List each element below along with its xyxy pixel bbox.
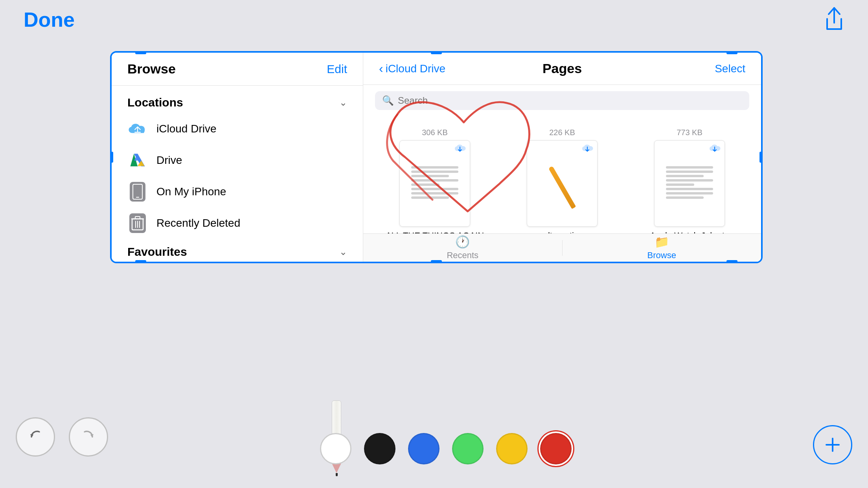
locations-chevron-icon: ⌄: [339, 97, 347, 108]
search-input[interactable]: [398, 95, 742, 106]
svg-marker-18: [90, 434, 94, 437]
sidebar-item-icloud[interactable]: iCloud Drive: [112, 113, 363, 145]
file-thumb-2: [527, 140, 598, 227]
folder-icon: 📁: [655, 235, 669, 249]
svg-marker-17: [30, 434, 33, 437]
done-button[interactable]: Done: [24, 8, 75, 31]
deleted-label: Recently Deleted: [156, 217, 240, 229]
file-size-top-2: 226 KB: [549, 128, 575, 137]
search-icon: 🔍: [382, 95, 394, 106]
tab-browse[interactable]: 📁 Browse: [563, 234, 761, 262]
color-white[interactable]: [320, 433, 351, 464]
sidebar-header: Browse Edit: [112, 53, 363, 86]
trash-icon: [127, 213, 148, 233]
back-button[interactable]: ‹ iCloud Drive: [379, 61, 445, 76]
color-black[interactable]: [364, 433, 395, 464]
resize-handle-bottom-right[interactable]: [726, 260, 737, 263]
drive-label: Drive: [156, 154, 182, 167]
sidebar-edit-button[interactable]: Edit: [327, 62, 347, 76]
sidebar: Browse Edit Locations ⌄: [112, 53, 363, 262]
doc-preview-1: [407, 162, 462, 205]
sidebar-item-deleted[interactable]: Recently Deleted: [112, 207, 363, 239]
cloud-download-icon-3: [709, 144, 721, 156]
tab-recents[interactable]: 🕐 Recents: [363, 234, 562, 262]
tab-bar: 🕐 Recents 📁 Browse: [363, 233, 761, 262]
modal-content: Browse Edit Locations ⌄: [112, 53, 761, 262]
panel-title: Pages: [542, 61, 582, 76]
undo-button[interactable]: [16, 417, 55, 457]
top-bar: Done: [0, 0, 868, 39]
color-green[interactable]: [452, 433, 484, 464]
share-button[interactable]: [824, 7, 844, 33]
search-bar[interactable]: 🔍: [375, 91, 749, 110]
file-item-1[interactable]: 306 KB: [371, 120, 498, 233]
file-name-1: ALL THE THINGS AGAIN: [386, 231, 484, 233]
color-blue[interactable]: [408, 433, 440, 464]
resize-handle-bottom-center[interactable]: [431, 260, 442, 263]
share-icon: [824, 7, 844, 31]
redo-button[interactable]: [69, 417, 108, 457]
iphone-label: On My iPhone: [156, 185, 226, 198]
file-thumb-3: [654, 140, 725, 227]
plus-icon: [822, 435, 843, 455]
google-drive-icon: [127, 150, 148, 171]
back-chevron-icon: ‹: [379, 61, 383, 76]
select-button[interactable]: Select: [715, 62, 745, 75]
file-browser-modal: Browse Edit Locations ⌄: [110, 51, 763, 263]
sidebar-item-iphone[interactable]: On My iPhone: [112, 176, 363, 207]
cloud-download-icon-2: [581, 144, 593, 156]
locations-section-header[interactable]: Locations ⌄: [112, 90, 363, 113]
pencil-tip: [332, 463, 341, 473]
file-name-3: Apple Watch Jakarta: [650, 231, 729, 233]
sidebar-body: Locations ⌄ iCloud Drive: [112, 86, 363, 262]
file-size-top-3: 773 KB: [677, 128, 702, 137]
resize-handle-right[interactable]: [760, 152, 763, 163]
main-panel: ‹ iCloud Drive Pages Select 🔍 306 KB: [363, 53, 761, 262]
resize-handle-bottom-left[interactable]: [135, 260, 146, 263]
sidebar-title: Browse: [127, 61, 176, 77]
color-yellow[interactable]: [496, 433, 528, 464]
file-thumb-1: [399, 140, 470, 227]
redo-icon: [79, 427, 98, 447]
files-grid: 306 KB: [363, 116, 761, 233]
locations-title: Locations: [127, 96, 183, 109]
panel-header: ‹ iCloud Drive Pages Select: [363, 53, 761, 85]
pages-pencil-icon: [548, 166, 576, 209]
doc-preview-3: [662, 162, 717, 205]
favourites-section-header[interactable]: Favourites ⌄: [112, 239, 363, 262]
cloud-download-icon-1: [454, 144, 466, 156]
clock-icon: 🕐: [455, 235, 470, 249]
favourites-title: Favourites: [127, 245, 187, 259]
tab-recents-label: Recents: [447, 250, 478, 261]
iphone-icon: [127, 182, 148, 202]
resize-handle-left[interactable]: [110, 152, 113, 163]
bottom-toolbar: [0, 409, 868, 488]
sidebar-item-drive[interactable]: Drive: [112, 145, 363, 176]
favourites-chevron-icon: ⌄: [339, 246, 347, 257]
color-palette: [320, 433, 572, 464]
resize-handle-top-left[interactable]: [135, 51, 146, 54]
tab-browse-label: Browse: [647, 250, 676, 261]
file-item-3[interactable]: 773 KB: [626, 120, 753, 233]
file-size-top-1: 306 KB: [422, 128, 448, 137]
plus-button[interactable]: [813, 425, 852, 464]
back-label: iCloud Drive: [386, 62, 446, 75]
color-red[interactable]: [540, 433, 572, 464]
svg-rect-13: [135, 216, 140, 219]
icloud-drive-icon: [127, 119, 148, 139]
icloud-drive-label: iCloud Drive: [156, 123, 217, 135]
undo-icon: [26, 427, 45, 447]
file-name-2: alternati...: [543, 231, 581, 233]
pencil-point: [336, 473, 338, 476]
file-item-2[interactable]: 226 KB alternati... 08/05/2014 5: [498, 120, 626, 233]
